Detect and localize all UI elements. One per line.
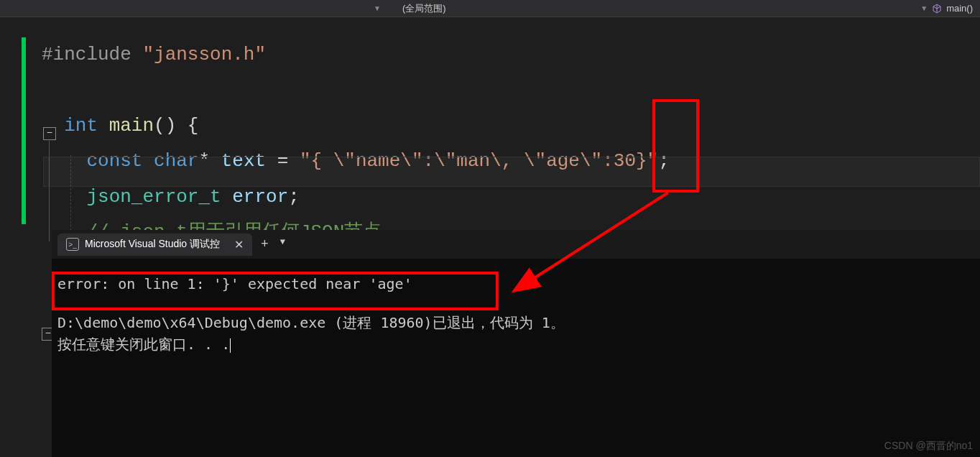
terminal-exit-line: D:\demo\demo\x64\Debug\demo.exe (进程 1896… bbox=[57, 312, 974, 333]
tab-chevron-icon[interactable]: ▼ bbox=[280, 237, 285, 251]
current-line-highlight bbox=[43, 157, 980, 187]
watermark: CSDN @西晋的no1 bbox=[884, 440, 973, 453]
cursor-icon bbox=[230, 338, 231, 353]
code-line-main: int main() { bbox=[42, 109, 980, 144]
close-icon[interactable]: ✕ bbox=[234, 238, 244, 251]
fold-guide-line bbox=[49, 141, 50, 241]
change-indicator bbox=[22, 37, 26, 224]
scope-dropdown-right[interactable]: ▼ main() bbox=[920, 3, 973, 14]
code-line-blank bbox=[42, 73, 980, 108]
terminal-tab[interactable]: >_ Microsoft Visual Studio 调试控 ✕ bbox=[57, 234, 252, 256]
scope-method-label: main() bbox=[946, 3, 973, 14]
fold-toggle-icon[interactable]: − bbox=[43, 127, 56, 140]
scope-dropdown-left[interactable]: ▼ bbox=[374, 4, 381, 12]
chevron-down-icon: ▼ bbox=[374, 4, 381, 12]
terminal-window: >_ Microsoft Visual Studio 调试控 ✕ + ▼ err… bbox=[52, 230, 980, 457]
breadcrumb-bar: ▼ (全局范围) ▼ main() bbox=[0, 0, 980, 17]
terminal-output[interactable]: error: on line 1: '}' expected near 'age… bbox=[52, 259, 980, 369]
scope-label[interactable]: (全局范围) bbox=[402, 2, 446, 15]
terminal-blank bbox=[57, 295, 974, 312]
tab-controls: + ▼ bbox=[261, 237, 285, 251]
code-line-include: #include "jansson.h" bbox=[42, 37, 980, 73]
terminal-prompt-line: 按任意键关闭此窗口. . . bbox=[57, 333, 974, 355]
code-editor[interactable]: − #include "jansson.h" int main() { cons… bbox=[0, 17, 980, 226]
editor-gutter bbox=[0, 17, 22, 226]
terminal-icon: >_ bbox=[66, 238, 79, 251]
new-tab-icon[interactable]: + bbox=[261, 237, 269, 251]
method-icon bbox=[932, 4, 942, 14]
code-content: #include "jansson.h" int main() { const … bbox=[0, 17, 980, 250]
terminal-error-line: error: on line 1: '}' expected near 'age… bbox=[57, 273, 974, 295]
chevron-down-icon: ▼ bbox=[920, 4, 928, 12]
terminal-tab-title: Microsoft Visual Studio 调试控 bbox=[85, 238, 220, 251]
terminal-titlebar: >_ Microsoft Visual Studio 调试控 ✕ + ▼ bbox=[52, 230, 980, 259]
